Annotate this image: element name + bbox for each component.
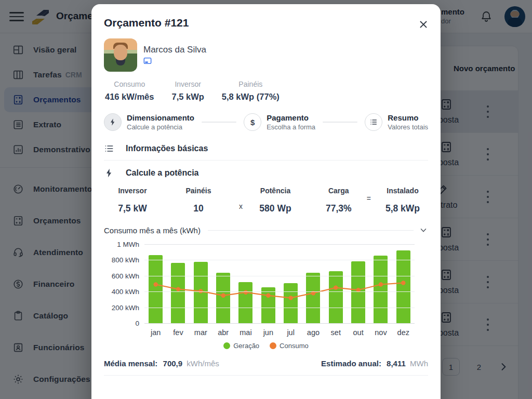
- chart-title: Consumo mês a mês (kWh): [104, 226, 201, 235]
- dollar-icon: $: [244, 113, 261, 131]
- list-icon: [104, 143, 114, 154]
- customer-avatar: [104, 38, 137, 72]
- step-dimensionamento[interactable]: Dimensionamento Calcule a potência: [104, 113, 194, 131]
- section-power: Calcule a potência: [104, 168, 428, 178]
- chart-footer-stats: Média mensal: 700,9 kWh/mês Estimado anu…: [104, 359, 428, 368]
- field-instalado: Instalado 5,8 kWp: [378, 187, 427, 214]
- y-tick-label: 0: [135, 320, 139, 327]
- gridline: [144, 276, 415, 276]
- chart-legend: GeraçãoConsumo: [104, 342, 428, 350]
- x-tick-label: ago: [302, 328, 324, 337]
- multiply-operator: x: [239, 202, 243, 214]
- gridline: [144, 291, 415, 292]
- y-tick-label: 600 kWh: [112, 272, 139, 280]
- step-resumo[interactable]: Resumo Valores totais: [365, 113, 428, 131]
- chart-y-axis: 1 MWh800 kWh600 kWh400 kWh200 kWh0: [104, 244, 144, 323]
- legend-dot: [223, 342, 230, 349]
- divider: [104, 375, 428, 376]
- gridline: [144, 323, 415, 324]
- monthly-average: Média mensal: 700,9 kWh/mês: [104, 359, 219, 368]
- x-tick-label: abr: [212, 328, 234, 337]
- field-paineis[interactable]: Painéis 10: [172, 187, 224, 214]
- gridline: [144, 244, 415, 245]
- wizard-stepper: Dimensionamento Calcule a potência $ Pag…: [104, 113, 428, 131]
- legend-item-geração: Geração: [223, 342, 259, 350]
- chevron-down-icon[interactable]: [419, 225, 428, 235]
- step-connector: [323, 122, 357, 123]
- field-potencia[interactable]: Potência 580 Wp: [247, 187, 304, 214]
- chart-x-axis: janfevmarabrmaijunjulagosetoutnovdez: [144, 328, 415, 337]
- close-icon[interactable]: [417, 18, 430, 31]
- x-tick-label: set: [325, 328, 347, 337]
- y-tick-label: 200 kWh: [112, 303, 139, 311]
- x-tick-label: nov: [369, 328, 392, 337]
- stat-consumo: Consumo 416 kW/mês: [105, 80, 154, 102]
- x-tick-label: dez: [392, 328, 415, 337]
- power-fields: Inversor 7,5 kW Painéis 10 x Potência 58…: [104, 187, 428, 214]
- stat-paineis: Painéis 5,8 kWp (77%): [222, 80, 280, 102]
- stat-inversor: Inversor 7,5 kWp: [171, 80, 204, 102]
- consumption-chart: 1 MWh800 kWh600 kWh400 kWh200 kWh0: [104, 244, 428, 323]
- legend-item-consumo: Consumo: [270, 342, 309, 350]
- x-tick-label: mai: [234, 328, 257, 337]
- consumo-line-series: [144, 244, 415, 323]
- legend-dot: [270, 342, 276, 349]
- x-tick-label: jan: [144, 328, 167, 337]
- y-tick-label: 800 kWh: [112, 256, 139, 264]
- divider: [208, 230, 414, 231]
- y-tick-label: 400 kWh: [112, 288, 139, 296]
- x-tick-label: fev: [167, 328, 189, 337]
- field-inversor[interactable]: Inversor 7,5 kW: [104, 187, 161, 214]
- bolt-icon: [104, 168, 114, 178]
- customer-block: Marcos da Silva: [104, 38, 428, 72]
- x-tick-label: out: [347, 328, 369, 337]
- x-tick-label: jul: [280, 328, 302, 337]
- chart-section-header[interactable]: Consumo mês a mês (kWh): [104, 225, 428, 235]
- field-carga: Carga 77,3%: [318, 187, 360, 214]
- chart-plot-area: [144, 244, 415, 323]
- summary-stats: Consumo 416 kW/mês Inversor 7,5 kWp Pain…: [105, 80, 428, 102]
- gridline: [144, 260, 415, 260]
- x-tick-label: jun: [257, 328, 280, 337]
- y-tick-label: 1 MWh: [117, 241, 139, 248]
- section-basic-info: Informações básicas: [104, 143, 428, 154]
- equals-operator: =: [367, 194, 371, 206]
- customer-name: Marcos da Silva: [143, 45, 206, 55]
- x-tick-label: mar: [190, 328, 212, 337]
- gridline: [144, 308, 415, 308]
- customer-card-icon[interactable]: [143, 57, 152, 64]
- step-connector: [202, 122, 236, 123]
- modal-title: Orçamento #121: [104, 17, 428, 29]
- step-pagamento[interactable]: $ Pagamento Escolha a forma: [244, 113, 315, 131]
- annual-estimate: Estimado anual: 8,411 MWh: [321, 359, 428, 368]
- bolt-icon: [104, 113, 122, 131]
- divider: [104, 160, 428, 161]
- budget-modal: Orçamento #121 Marcos da Silva Consumo 4…: [91, 4, 441, 399]
- list-icon: [365, 113, 382, 131]
